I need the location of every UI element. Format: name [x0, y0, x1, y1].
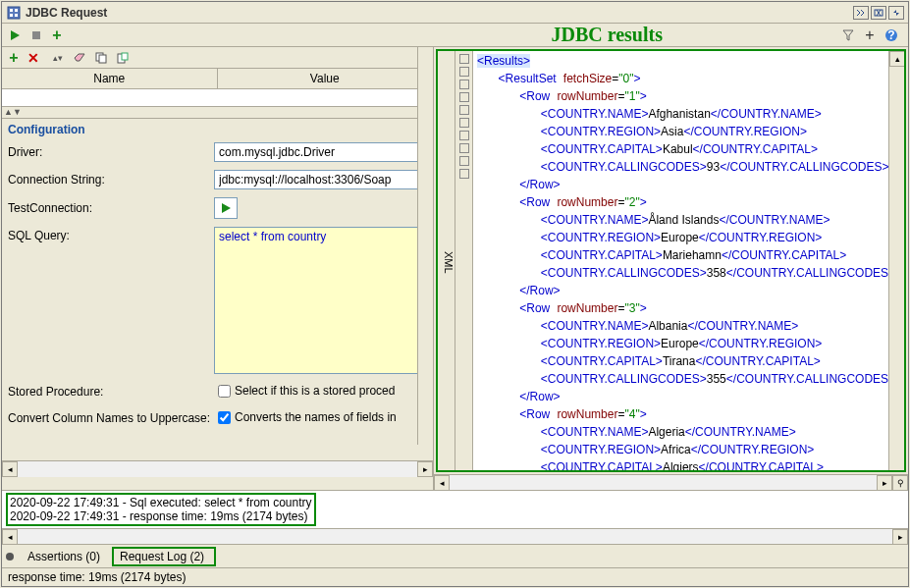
- request-log-panel: 2020-09-22 17:49:31 - Sql executed: sele…: [2, 490, 908, 528]
- stored-proc-text: Select if this is a stored proced: [235, 384, 395, 398]
- left-vscroll[interactable]: [417, 47, 433, 445]
- results-annotation: JDBC results: [551, 24, 663, 46]
- svg-rect-6: [32, 31, 40, 39]
- assertions-tab[interactable]: Assertions (0): [20, 548, 108, 565]
- uppercase-label: Convert Column Names to Uppercase:: [8, 411, 214, 425]
- log-highlight: 2020-09-22 17:49:31 - Sql executed: sele…: [6, 493, 316, 526]
- jdbc-request-window: JDBC Request + JDBC results + ? + ✕ ▴▾: [1, 1, 909, 587]
- maximize-button[interactable]: [853, 6, 869, 20]
- configuration-form: Driver: Connection String: TestConnectio…: [2, 140, 433, 429]
- results-highlight: XML <Results> <ResultSet fetchSize="0"> …: [436, 49, 906, 472]
- results-hscroll[interactable]: ◂ ▸ ⚲: [434, 474, 908, 490]
- svg-rect-0: [8, 7, 20, 19]
- scroll-up-icon[interactable]: ▴: [889, 51, 905, 67]
- erase-icon[interactable]: [71, 49, 88, 67]
- right-panel: XML <Results> <ResultSet fetchSize="0"> …: [434, 47, 908, 490]
- remove-param-button[interactable]: ✕: [27, 49, 45, 67]
- scroll-left-icon[interactable]: ◂: [2, 529, 18, 545]
- stored-proc-checkbox[interactable]: [218, 385, 231, 398]
- params-toolbar: + ✕ ▴▾: [2, 47, 433, 69]
- left-hscroll[interactable]: ◂ ▸: [2, 460, 433, 476]
- main-panel: + ✕ ▴▾ Name Value ▲▼ Configuration Drive…: [2, 47, 908, 490]
- log-line: 2020-09-22 17:49:31 - Sql executed: sele…: [10, 496, 312, 509]
- filter-icon[interactable]: [839, 27, 857, 44]
- copy-icon[interactable]: [92, 49, 110, 67]
- sql-query-label: SQL Query:: [8, 227, 214, 242]
- svg-rect-2: [15, 9, 18, 12]
- window-title: JDBC Request: [26, 6, 851, 20]
- svg-rect-3: [10, 14, 13, 17]
- outline-gutter[interactable]: [455, 51, 473, 470]
- col-value[interactable]: Value: [218, 69, 434, 88]
- driver-label: Driver:: [8, 145, 214, 159]
- paste-icon[interactable]: [114, 49, 132, 67]
- request-log-tab-highlight: Request Log (2): [112, 547, 216, 566]
- up-down-icon[interactable]: ▴▾: [49, 49, 67, 67]
- add-right-button[interactable]: +: [861, 27, 879, 44]
- window-icon: [6, 5, 22, 21]
- configuration-section: Configuration: [2, 119, 433, 140]
- col-name[interactable]: Name: [2, 69, 218, 88]
- stored-proc-label: Stored Procedure:: [8, 385, 214, 399]
- add-param-button[interactable]: +: [6, 49, 24, 67]
- connection-label: Connection String:: [8, 173, 214, 187]
- params-header: Name Value: [2, 69, 433, 89]
- status-text: response time: 19ms (2174 bytes): [8, 570, 186, 584]
- left-panel: + ✕ ▴▾ Name Value ▲▼ Configuration Drive…: [2, 47, 434, 490]
- help-button[interactable]: ?: [883, 27, 900, 44]
- request-log-tab[interactable]: Request Log (2): [120, 550, 204, 563]
- zoom-icon[interactable]: ⚲: [892, 475, 908, 491]
- collapse-handle[interactable]: ▲▼: [2, 107, 433, 119]
- scroll-right-icon[interactable]: ▸: [417, 461, 433, 477]
- uppercase-checkbox[interactable]: [218, 411, 231, 424]
- sql-query-input[interactable]: select * from country: [214, 227, 427, 374]
- title-bar: JDBC Request: [2, 2, 908, 24]
- status-bar: response time: 19ms (2174 bytes): [2, 567, 908, 586]
- scroll-right-icon[interactable]: ▸: [877, 475, 892, 491]
- test-connection-button[interactable]: [214, 197, 238, 219]
- svg-rect-12: [122, 53, 128, 60]
- driver-input[interactable]: [214, 142, 427, 162]
- run-button[interactable]: [6, 27, 24, 44]
- test-connection-label: TestConnection:: [8, 201, 214, 215]
- uppercase-text: Converts the names of fields in: [235, 410, 397, 424]
- bottom-tabs: Assertions (0) Request Log (2): [2, 544, 908, 567]
- restore-button[interactable]: [871, 6, 886, 20]
- run-toolbar: + JDBC results + ?: [2, 24, 908, 47]
- svg-rect-10: [99, 55, 106, 63]
- scroll-left-icon[interactable]: ◂: [434, 475, 450, 491]
- scroll-right-icon[interactable]: ▸: [892, 529, 908, 545]
- log-hscroll[interactable]: ◂ ▸: [2, 528, 908, 544]
- close-button[interactable]: [888, 6, 904, 20]
- xml-tab[interactable]: XML: [438, 51, 455, 470]
- xml-results[interactable]: <Results> <ResultSet fetchSize="0"> <Row…: [473, 51, 904, 470]
- svg-text:?: ?: [887, 28, 894, 42]
- log-line: 2020-09-22 17:49:31 - response time: 19m…: [10, 509, 312, 523]
- connection-input[interactable]: [214, 170, 427, 189]
- svg-rect-4: [15, 14, 18, 17]
- svg-rect-1: [10, 9, 13, 12]
- add-button[interactable]: +: [49, 27, 67, 44]
- status-dot-icon: [6, 553, 14, 561]
- results-vscroll[interactable]: ▴: [888, 51, 904, 470]
- stop-button[interactable]: [27, 27, 45, 44]
- params-body[interactable]: [2, 89, 433, 107]
- scroll-left-icon[interactable]: ◂: [2, 461, 18, 477]
